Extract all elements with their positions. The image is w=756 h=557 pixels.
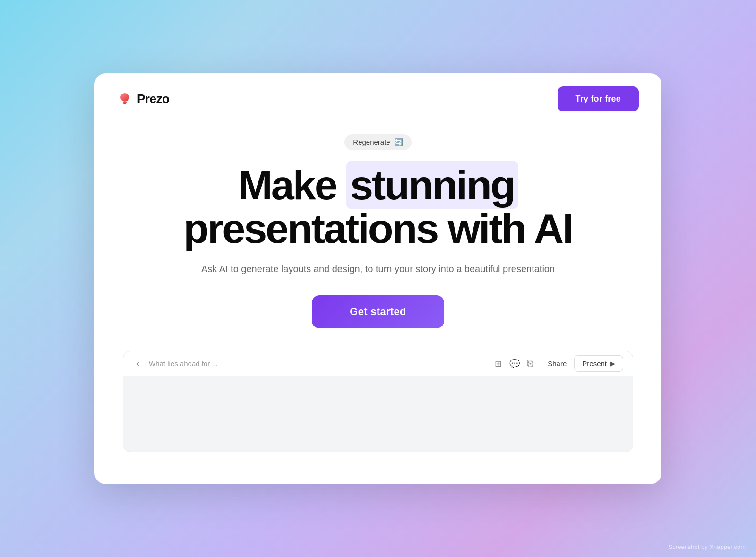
hero-section: Regenerate 🔄 Make stunning presentations…: [94, 125, 662, 484]
svg-point-0: [120, 93, 129, 102]
toolbar-right: Share Present ▶: [548, 355, 623, 372]
grid-icon[interactable]: ⊞: [495, 359, 502, 369]
heading-part1: Make: [238, 162, 336, 208]
copy-icon[interactable]: ⎘: [527, 359, 533, 368]
comment-icon[interactable]: 💬: [509, 359, 520, 369]
demo-content: [123, 376, 633, 452]
regenerate-icon: 🔄: [394, 138, 403, 146]
svg-rect-2: [123, 103, 126, 104]
regenerate-label: Regenerate: [353, 138, 390, 146]
play-icon: ▶: [610, 360, 615, 367]
heading-part2: presentations with AI: [183, 205, 573, 252]
svg-rect-1: [123, 102, 127, 103]
header: Prezo Try for free: [94, 73, 662, 125]
try-free-button[interactable]: Try for free: [558, 86, 639, 111]
share-button[interactable]: Share: [548, 360, 567, 368]
main-card: Prezo Try for free Regenerate 🔄 Make stu…: [94, 73, 662, 484]
toolbar-title: What lies ahead for ...: [149, 360, 489, 368]
logo-text: Prezo: [137, 92, 169, 106]
hero-subtitle: Ask AI to generate layouts and design, t…: [201, 264, 555, 274]
regenerate-badge[interactable]: Regenerate 🔄: [344, 134, 411, 150]
demo-area: ‹ What lies ahead for ... ⊞ 💬 ⎘ Share Pr…: [123, 351, 633, 452]
back-button[interactable]: ‹: [133, 357, 143, 370]
hero-heading: Make stunning presentations with AI: [183, 163, 573, 251]
get-started-button[interactable]: Get started: [312, 295, 444, 328]
logo-area: Prezo: [117, 91, 169, 106]
attribution: Screenshot by Xnapper.com: [669, 543, 746, 550]
present-button[interactable]: Present ▶: [574, 355, 623, 372]
logo-icon: [117, 91, 132, 106]
toolbar-icons: ⊞ 💬 ⎘: [495, 359, 533, 369]
heading-highlighted: stunning: [346, 161, 518, 209]
demo-toolbar: ‹ What lies ahead for ... ⊞ 💬 ⎘ Share Pr…: [123, 351, 633, 376]
present-label: Present: [582, 360, 607, 368]
